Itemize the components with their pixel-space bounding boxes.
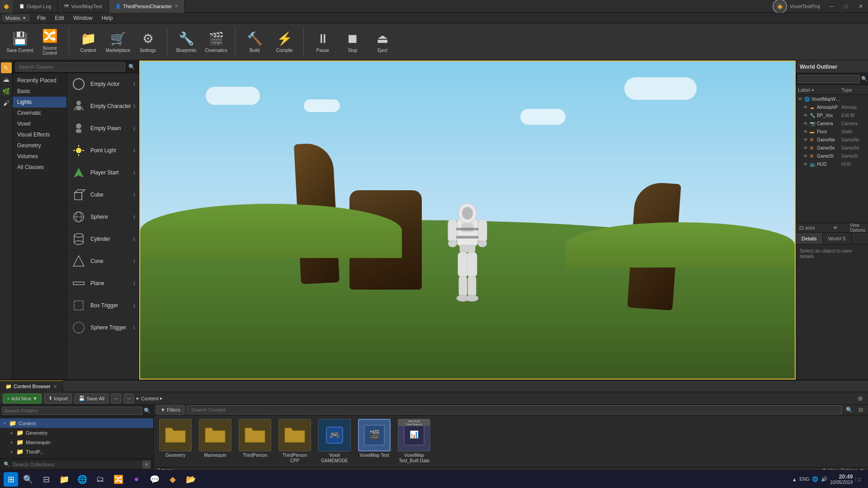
cylinder-info[interactable]: ℹ <box>133 236 135 242</box>
systray-network-icon[interactable]: 🌐 <box>812 476 818 482</box>
content-button[interactable]: 📁 Content <box>74 26 103 57</box>
list-item[interactable]: Point Light ℹ <box>67 140 139 162</box>
taskbar-vs[interactable]: ● <box>128 471 145 488</box>
collections-search-input[interactable] <box>11 461 142 468</box>
list-item[interactable]: Cube ℹ <box>67 184 139 206</box>
taskbar-browser[interactable]: 🌐 <box>74 471 90 488</box>
outliner-item[interactable]: 👁 🔧 BP_Vox Edit Bl <box>796 111 868 119</box>
menu-file[interactable]: File <box>33 14 50 22</box>
compile-button[interactable]: ⚡ Compile <box>270 26 299 57</box>
vis-icon[interactable]: 👁 <box>803 129 810 134</box>
outliner-item[interactable]: 👁 ☁ AtmosphP Atmosp <box>796 103 868 111</box>
folder-item[interactable]: ▸ 📁 Mannequin <box>0 437 153 447</box>
filters-button[interactable]: ▼ Filters <box>156 405 184 415</box>
asset-item[interactable]: ThirdPerson CPP <box>277 419 313 464</box>
cb-tab-close-icon[interactable]: ✕ <box>53 384 57 389</box>
outliner-item[interactable]: 👁 ⚙ GameSt GameSt <box>796 152 868 160</box>
outliner-view-options-button[interactable]: 👁 View Options <box>833 223 865 233</box>
asset-item[interactable]: Geometry <box>157 419 193 464</box>
show-desktop-button[interactable]: □ <box>855 477 861 482</box>
outliner-item[interactable]: 👁 📷 Camera Camera <box>796 119 868 127</box>
vis-icon[interactable]: 👁 <box>803 145 810 150</box>
outliner-item[interactable]: 👁 ⚙ GameNe GameNe <box>796 136 868 144</box>
asset-item[interactable]: 🎮 Voxel GAMEMODE <box>316 419 353 464</box>
list-item[interactable]: Box Trigger ℹ <box>67 295 139 317</box>
pause-button[interactable]: ⏸ Pause <box>308 26 337 57</box>
taskbar-task-view[interactable]: ⊟ <box>38 471 54 488</box>
add-new-button[interactable]: + Add New ▼ <box>3 394 42 404</box>
list-item[interactable]: Cylinder ℹ <box>67 228 139 250</box>
tab-content-browser[interactable]: 📁 Content Browser ✕ <box>0 380 63 392</box>
build-button[interactable]: 🔨 Build <box>240 26 269 57</box>
maximize-button[interactable]: □ <box>839 0 854 13</box>
tab-voxelmap-test[interactable]: 🗺 VoxelMapTest <box>58 0 108 13</box>
cube-info[interactable]: ℹ <box>133 192 135 198</box>
outliner-search-input[interactable] <box>798 75 860 83</box>
asset-item[interactable]: ThirdPerson <box>237 419 273 464</box>
sphere-info[interactable]: ℹ <box>133 214 135 220</box>
collections-search-icon[interactable]: 🔍 <box>3 460 11 469</box>
taskbar-file-explorer[interactable]: 📁 <box>56 471 72 488</box>
point-light-info[interactable]: ℹ <box>133 148 135 154</box>
source-control-button[interactable]: 🔀 Source Control <box>35 26 64 57</box>
menu-help[interactable]: Help <box>97 14 118 22</box>
asset-search-icon[interactable]: 🔍 <box>844 405 854 414</box>
outliner-item[interactable]: 👁 📺 HUD HUD <box>796 160 868 168</box>
blueprints-button[interactable]: 🔧 Blueprints <box>172 26 201 57</box>
outliner-item[interactable]: 👁 🌐 VoxelMapWorld <box>796 95 868 103</box>
cat-basic[interactable]: Basic <box>13 86 66 97</box>
save-current-button[interactable]: 💾 Save Current <box>5 26 34 57</box>
cone-info[interactable]: ℹ <box>133 258 135 264</box>
vis-icon[interactable]: 👁 <box>803 121 810 126</box>
tab-world-settings[interactable]: World S <box>823 233 852 244</box>
eject-button[interactable]: ⏏ Eject <box>368 26 397 57</box>
folder-search-icon[interactable]: 🔍 <box>142 406 151 415</box>
asset-item[interactable]: Mannequin <box>197 419 233 464</box>
player-start-info[interactable]: ℹ <box>133 170 135 176</box>
mode-landscape-button[interactable]: ⛰ <box>1 74 12 85</box>
list-item[interactable]: Empty Actor ℹ <box>67 73 139 95</box>
taskbar-discord[interactable]: 💬 <box>146 471 163 488</box>
list-item[interactable]: Player Start ℹ <box>67 162 139 184</box>
close-button[interactable]: ✕ <box>854 0 868 13</box>
cat-volumes[interactable]: Volumes <box>13 151 66 162</box>
cat-cinematic[interactable]: Cinematic <box>13 108 66 118</box>
start-button[interactable]: ⊞ <box>4 472 18 487</box>
nav-back-button[interactable]: ← <box>111 394 121 404</box>
clock[interactable]: 20:49 10/05/2019 <box>830 474 853 485</box>
empty-character-info[interactable]: ℹ <box>133 103 135 109</box>
outliner-item[interactable]: 👁 ⚙ GameSe GameSe <box>796 144 868 152</box>
cat-visual-effects[interactable]: Visual Effects <box>13 129 66 140</box>
tab-output-log[interactable]: 📋 Output Log <box>13 0 58 13</box>
vis-icon[interactable]: 👁 <box>798 97 804 102</box>
asset-search-input[interactable] <box>187 405 842 414</box>
sphere-trigger-info[interactable]: ℹ <box>133 325 135 331</box>
place-search-icon[interactable]: 🔍 <box>127 62 136 71</box>
collections-add-button[interactable]: + <box>142 460 151 469</box>
minimize-button[interactable]: ─ <box>825 0 839 13</box>
cat-geometry[interactable]: Geometry <box>13 140 66 151</box>
list-item[interactable]: Sphere ℹ <box>67 206 139 228</box>
settings-button[interactable]: ⚙ Settings <box>133 26 162 57</box>
empty-pawn-info[interactable]: ℹ <box>133 126 135 131</box>
list-item[interactable]: Empty Pawn ℹ <box>67 117 139 140</box>
tab-close-icon[interactable]: ✕ <box>175 4 178 9</box>
menu-edit[interactable]: Edit <box>50 14 69 22</box>
col-label-header[interactable]: Label ▲ <box>798 87 841 93</box>
vis-icon[interactable]: 👁 <box>803 113 810 118</box>
folder-search-input[interactable] <box>2 407 142 415</box>
mode-foliage-button[interactable]: 🌿 <box>1 86 12 97</box>
cat-all-classes[interactable]: All Classes <box>13 162 66 173</box>
vis-icon[interactable]: 👁 <box>803 105 810 110</box>
cinematics-button[interactable]: 🎬 Cinematics <box>202 26 231 57</box>
mode-meshpaint-button[interactable]: 🖌 <box>1 98 12 108</box>
list-item[interactable]: Cone ℹ <box>67 250 139 272</box>
cat-voxel[interactable]: Voxel <box>13 118 66 129</box>
mode-select-button[interactable]: ↖ <box>1 62 12 73</box>
list-item[interactable]: Sphere Trigger ℹ <box>67 317 139 339</box>
asset-filter-icon[interactable]: ⊟ <box>856 405 865 414</box>
asset-item[interactable]: 📊 Map BuildData Registry VoxelMap Test_B… <box>396 419 432 464</box>
asset-item[interactable]: 🎬 VoxelMap Test <box>356 419 392 464</box>
list-item[interactable]: Plane ℹ <box>67 272 139 295</box>
empty-actor-info[interactable]: ℹ <box>133 81 135 87</box>
